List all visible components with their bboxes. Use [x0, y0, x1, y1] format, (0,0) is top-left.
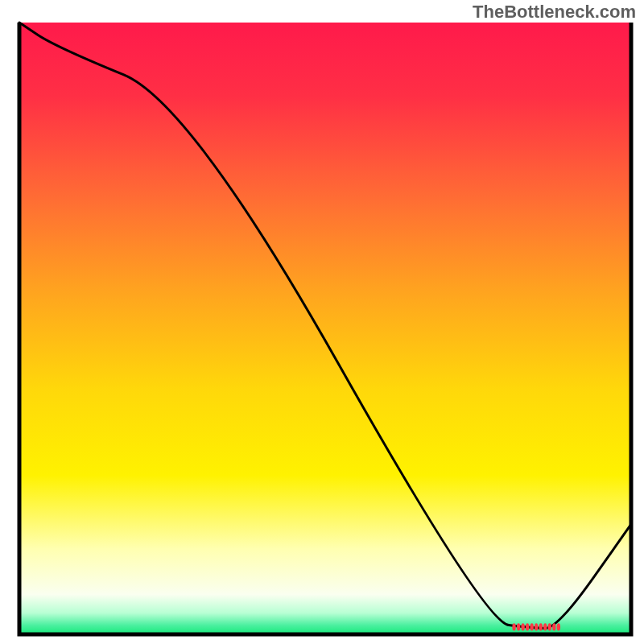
- svg-rect-0: [512, 623, 515, 630]
- chart-stage: TheBottleneck.com: [0, 0, 644, 644]
- bottleneck-chart: [0, 0, 644, 644]
- optimal-marker: [512, 623, 560, 630]
- svg-rect-6: [539, 623, 543, 630]
- svg-rect-2: [521, 623, 524, 630]
- svg-rect-7: [543, 623, 547, 630]
- svg-rect-9: [552, 623, 555, 630]
- svg-rect-3: [526, 623, 529, 630]
- svg-rect-10: [557, 623, 560, 630]
- gradient-background: [19, 23, 631, 634]
- svg-rect-4: [530, 623, 533, 630]
- svg-rect-1: [517, 623, 520, 630]
- svg-rect-5: [535, 623, 538, 630]
- svg-rect-8: [548, 623, 551, 630]
